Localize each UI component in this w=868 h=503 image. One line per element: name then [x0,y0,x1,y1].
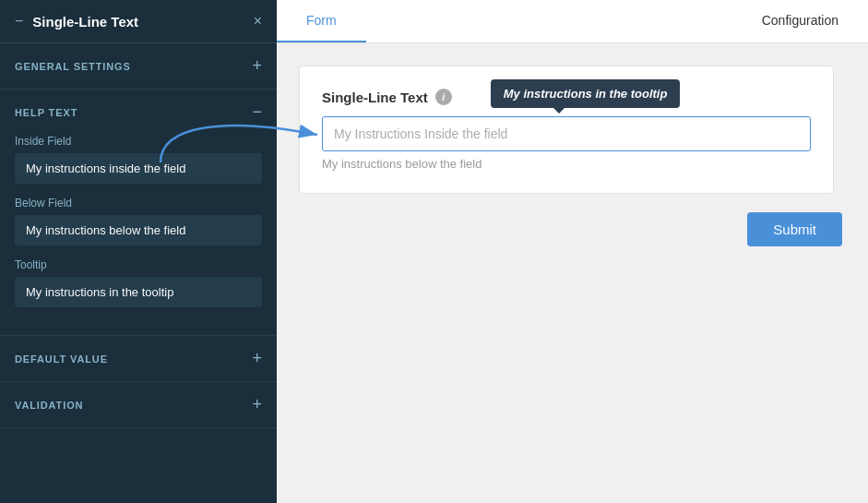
below-field-text: My instructions below the field [322,157,811,171]
tooltip-popup: My instructions in the tooltip [491,79,681,108]
general-settings-toggle[interactable]: + [252,56,262,76]
default-value-section[interactable]: Default Value + [0,336,277,382]
arrow-area: My instructions below the field [322,116,811,171]
form-text-input[interactable] [323,117,810,150]
tooltip-label: Tooltip [15,258,262,271]
submit-button[interactable]: Submit [747,212,842,246]
below-field-input[interactable] [15,215,262,246]
form-card: Single-Line Text i My instructions in th… [299,66,834,194]
general-settings-section[interactable]: General Settings + [0,43,277,90]
sidebar-title: Single-Line Text [32,14,138,30]
validation-label: Validation [15,400,83,411]
sidebar-header: − Single-Line Text × [0,0,277,43]
tab-configuration[interactable]: Configuration [732,0,868,42]
below-field-label: Below Field [15,197,262,210]
form-input-wrapper [322,116,811,151]
tab-spacer [366,0,732,42]
sidebar-header-left: − Single-Line Text [15,13,138,30]
main-content: Form Configuration Single-Line Text i My… [277,0,868,503]
info-icon[interactable]: i My instructions in the tooltip [435,89,452,105]
arrow-svg [151,107,336,172]
tabs-bar: Form Configuration [277,0,868,43]
sidebar: − Single-Line Text × General Settings + … [0,0,277,503]
default-value-toggle[interactable]: + [252,349,262,368]
below-field-group: Below Field [15,197,262,246]
close-icon[interactable]: × [254,13,262,30]
validation-section[interactable]: Validation + [0,382,277,428]
field-title-row: Single-Line Text i My instructions in th… [322,89,811,105]
field-title: Single-Line Text [322,90,428,105]
default-value-label: Default Value [15,353,108,365]
tooltip-group: Tooltip [15,258,262,307]
tooltip-input[interactable] [15,277,262,307]
help-text-label: Help Text [15,107,77,118]
general-settings-label: General Settings [15,61,131,72]
collapse-icon[interactable]: − [15,13,23,30]
form-area: Single-Line Text i My instructions in th… [277,43,868,503]
validation-toggle[interactable]: + [252,395,262,414]
submit-btn-row: Submit [299,212,846,246]
tab-form[interactable]: Form [277,0,366,42]
